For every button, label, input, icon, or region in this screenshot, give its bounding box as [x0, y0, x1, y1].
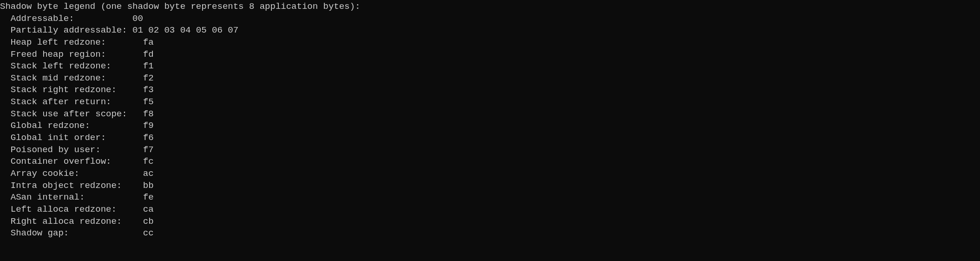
legend-value: cb: [143, 216, 154, 228]
legend-label: Container overflow:: [11, 156, 143, 168]
legend-value: ca: [143, 204, 154, 216]
legend-entry: Right alloca redzone: cb: [0, 216, 980, 228]
legend-label: Array cookie:: [11, 168, 143, 180]
legend-entry: Global redzone: f9: [0, 120, 980, 132]
legend-entry: Poisoned by user: f7: [0, 144, 980, 156]
legend-value: fd: [143, 49, 154, 61]
legend-label: Right alloca redzone:: [11, 216, 143, 228]
legend-label: ASan internal:: [11, 192, 143, 204]
legend-label: Stack use after scope:: [11, 108, 143, 120]
legend-label: Stack mid redzone:: [11, 73, 143, 85]
legend-entry: Stack use after scope: f8: [0, 108, 980, 120]
legend-entry: Stack after return: f5: [0, 96, 980, 108]
legend-value: f3: [143, 84, 154, 96]
legend-value: f2: [143, 73, 154, 85]
legend-header: Shadow byte legend (one shadow byte repr…: [0, 1, 980, 13]
legend-label: Left alloca redzone:: [11, 204, 143, 216]
asan-shadow-legend: Shadow byte legend (one shadow byte repr…: [0, 1, 980, 240]
legend-label: Intra object redzone:: [11, 180, 143, 192]
legend-value: fa: [143, 37, 154, 49]
legend-entry: Array cookie: ac: [0, 168, 980, 180]
legend-entry: Heap left redzone: fa: [0, 37, 980, 49]
legend-value: f8: [143, 108, 154, 120]
legend-value: 00: [132, 13, 143, 25]
legend-entry: Freed heap region: fd: [0, 49, 980, 61]
legend-value: bb: [143, 180, 154, 192]
legend-value: f6: [143, 132, 154, 144]
legend-label: Stack left redzone:: [11, 60, 143, 73]
legend-value: f9: [143, 120, 154, 132]
legend-entry: Shadow gap: cc: [0, 228, 980, 240]
legend-label: Global redzone:: [11, 120, 143, 132]
legend-label: Stack after return:: [11, 96, 143, 108]
legend-value: f1: [143, 60, 154, 73]
legend-entry: Stack left redzone: f1: [0, 60, 980, 73]
legend-label: Heap left redzone:: [11, 37, 143, 49]
legend-entry: Partially addressable: 01 02 03 04 05 06…: [0, 25, 980, 37]
legend-value: 01 02 03 04 05 06 07: [132, 25, 238, 37]
legend-entries: Addressable: 00Partially addressable: 01…: [0, 13, 980, 240]
legend-label: Freed heap region:: [11, 49, 143, 61]
legend-label: Global init order:: [11, 132, 143, 144]
legend-label: Partially addressable:: [11, 25, 132, 37]
legend-entry: ASan internal: fe: [0, 192, 980, 204]
legend-entry: Stack right redzone: f3: [0, 84, 980, 96]
legend-entry: Intra object redzone: bb: [0, 180, 980, 192]
legend-value: ac: [143, 168, 154, 180]
legend-label: Addressable:: [11, 13, 132, 25]
legend-label: Shadow gap:: [11, 228, 143, 240]
legend-value: fe: [143, 192, 154, 204]
legend-entry: Container overflow: fc: [0, 156, 980, 168]
legend-value: cc: [143, 228, 154, 240]
legend-value: f7: [143, 144, 154, 156]
legend-entry: Stack mid redzone: f2: [0, 73, 980, 85]
legend-entry: Global init order: f6: [0, 132, 980, 144]
legend-value: fc: [143, 156, 154, 168]
legend-value: f5: [143, 96, 154, 108]
legend-label: Poisoned by user:: [11, 144, 143, 156]
legend-label: Stack right redzone:: [11, 84, 143, 96]
legend-entry: Left alloca redzone: ca: [0, 204, 980, 216]
legend-entry: Addressable: 00: [0, 13, 980, 25]
